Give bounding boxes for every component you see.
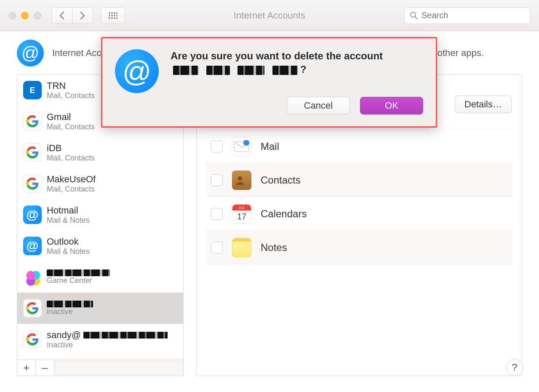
account-name: sandy@ <box>47 330 168 341</box>
svg-point-7 <box>116 15 117 16</box>
service-label: Contacts <box>261 174 301 186</box>
google-icon <box>23 143 42 162</box>
svg-point-10 <box>114 17 115 19</box>
nav-back-forward <box>51 7 93 24</box>
forward-button[interactable] <box>72 7 93 24</box>
svg-point-16 <box>238 176 242 181</box>
titlebar: Internet Accounts <box>0 0 539 31</box>
account-name <box>47 269 110 276</box>
exchange-icon: E <box>23 81 42 99</box>
svg-point-5 <box>111 15 113 16</box>
service-list: Mail Contacts JUL 17 Calendars <box>206 129 512 264</box>
account-name: TRN <box>47 80 95 91</box>
google-icon <box>23 112 42 131</box>
account-sub: Mail, Contacts <box>47 185 96 194</box>
service-checkbox-contacts[interactable] <box>211 174 223 186</box>
help-button[interactable]: ? <box>506 359 523 376</box>
maximize-window-button[interactable] <box>34 12 41 19</box>
account-sub: Mail & Notes <box>47 247 90 256</box>
service-row-contacts[interactable]: Contacts <box>206 163 512 197</box>
service-checkbox-notes[interactable] <box>211 242 223 253</box>
dialog-title: Are you sure you want to delete the acco… <box>171 49 423 77</box>
service-checkbox-mail[interactable] <box>211 141 223 152</box>
account-sub: Mail, Contacts <box>47 91 95 100</box>
back-button[interactable] <box>51 7 72 24</box>
service-row-notes[interactable]: Notes <box>206 231 512 264</box>
account-item-gamecenter[interactable]: Game Center <box>17 261 183 293</box>
search-input[interactable] <box>422 11 525 20</box>
account-sub: Mail & Notes <box>47 216 90 225</box>
account-item-idb[interactable]: iDB Mail, Contacts <box>17 137 183 168</box>
ok-button[interactable]: OK <box>360 97 423 115</box>
account-sub: Mail, Contacts <box>47 123 95 131</box>
service-checkbox-calendars[interactable] <box>211 208 223 220</box>
svg-point-2 <box>114 12 115 14</box>
svg-point-9 <box>111 17 113 19</box>
account-item-outlook[interactable]: @ Outlook Mail & Notes <box>17 230 183 261</box>
confirm-delete-dialog: @ Are you sure you want to delete the ac… <box>101 37 437 128</box>
svg-point-1 <box>111 12 113 14</box>
close-window-button[interactable] <box>8 12 16 19</box>
service-row-calendars[interactable]: JUL 17 Calendars <box>206 197 512 231</box>
service-label: Mail <box>261 141 279 152</box>
cancel-button[interactable]: Cancel <box>287 97 350 115</box>
add-account-button[interactable]: + <box>17 360 36 376</box>
service-label: Calendars <box>261 208 307 220</box>
svg-point-11 <box>116 17 117 19</box>
at-icon: @ <box>23 205 42 224</box>
svg-point-3 <box>116 12 117 14</box>
account-name <box>47 301 93 307</box>
account-name: Outlook <box>47 236 90 247</box>
svg-point-8 <box>109 17 110 19</box>
calendars-icon: JUL 17 <box>232 204 251 224</box>
svg-line-13 <box>415 17 417 19</box>
all-prefs-button[interactable] <box>101 7 125 24</box>
svg-point-4 <box>109 15 110 16</box>
window-controls <box>8 12 41 19</box>
sidebar-footer: + – <box>17 360 183 376</box>
account-item-hotmail[interactable]: @ Hotmail Mail & Notes <box>17 199 183 230</box>
mail-icon <box>232 137 251 156</box>
svg-point-6 <box>114 15 115 16</box>
account-item-makeuseof[interactable]: MakeUseOf Mail, Contacts <box>17 168 183 199</box>
details-button[interactable]: Details… <box>455 96 512 113</box>
account-name: MakeUseOf <box>47 174 96 185</box>
google-icon <box>23 174 42 193</box>
notes-icon <box>232 238 251 257</box>
account-name: Hotmail <box>47 205 90 216</box>
google-icon <box>23 299 42 317</box>
internet-accounts-icon: @ <box>115 49 159 93</box>
dialog-actions: Cancel OK <box>171 97 423 115</box>
google-icon <box>23 330 42 349</box>
service-row-mail[interactable]: Mail <box>206 130 512 163</box>
search-field[interactable] <box>404 7 531 24</box>
account-sub: Game Center <box>47 276 110 285</box>
account-item-sandy[interactable]: sandy@ Inactive <box>17 324 183 355</box>
account-name: iDB <box>47 143 95 154</box>
account-name: Gmail <box>47 112 95 123</box>
contacts-icon <box>232 171 251 190</box>
at-icon: @ <box>23 237 42 255</box>
remove-account-button[interactable]: – <box>36 360 54 376</box>
minimize-window-button[interactable] <box>21 12 29 19</box>
account-item-selected-inactive[interactable]: Inactive <box>17 293 183 324</box>
search-icon <box>410 11 418 20</box>
svg-point-0 <box>109 12 110 14</box>
account-sub: Mail, Contacts <box>47 154 95 163</box>
svg-point-12 <box>411 12 416 17</box>
service-label: Notes <box>261 242 287 253</box>
gamecenter-icon <box>23 268 42 286</box>
account-sub: Inactive <box>47 307 93 316</box>
account-sub: Inactive <box>47 341 168 349</box>
internet-accounts-icon: @ <box>17 40 44 67</box>
